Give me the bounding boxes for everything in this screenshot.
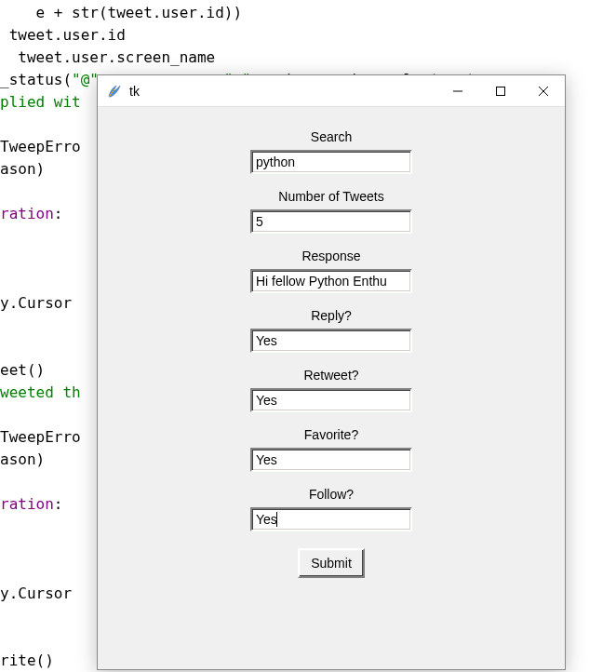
code-token: (tweet.user.id)) [99, 4, 242, 21]
close-icon [539, 87, 548, 96]
maximize-icon [496, 87, 505, 96]
code-token: + str [45, 4, 99, 21]
code-token: tweet.user.id [0, 26, 126, 44]
minimize-button[interactable] [436, 75, 479, 106]
window-title: tk [129, 84, 436, 99]
window-control-buttons [436, 75, 565, 106]
form-label: Favorite? [304, 427, 358, 442]
entry-value: Hi fellow Python Enthu [256, 274, 387, 289]
code-token: tweet.user.screen_name [0, 48, 215, 66]
code-line: tweet.user.id [0, 24, 616, 47]
entry-value: Yes [256, 512, 277, 527]
form-entry-response[interactable]: Hi fellow Python Enthu [250, 269, 412, 293]
code-line: e + str(tweet.user.id)) [0, 2, 616, 24]
entry-value: python [256, 155, 295, 169]
code-token: TweepErro [0, 428, 81, 446]
close-button[interactable] [522, 75, 565, 106]
code-token: e [0, 4, 45, 21]
code-token: ason) [0, 450, 45, 468]
form-label: Search [311, 129, 352, 144]
tk-form-body: SearchpythonNumber of Tweets5ResponseHi … [98, 107, 565, 578]
code-token: rite() [0, 652, 54, 669]
entry-value: Yes [256, 333, 277, 348]
code-token: : [54, 495, 63, 513]
tk-app-icon [107, 84, 122, 99]
text-cursor [276, 512, 277, 527]
form-label: Number of Tweets [278, 189, 383, 204]
form-entry-reply[interactable]: Yes [250, 329, 412, 353]
code-token: _status( [0, 71, 72, 88]
entry-value: Yes [256, 393, 277, 408]
code-token: y.Cursor [0, 585, 72, 602]
code-token: y.Cursor [0, 294, 72, 312]
form-entry-follow[interactable]: Yes [250, 507, 412, 531]
form-label: Follow? [309, 487, 354, 502]
code-token: ration [0, 205, 54, 222]
code-token: TweepErro [0, 138, 81, 155]
form-label: Reply? [311, 308, 352, 323]
form-entry-retweet[interactable]: Yes [250, 388, 412, 412]
submit-button[interactable]: Submit [298, 548, 365, 578]
entry-value: Yes [256, 452, 277, 467]
entry-value: 5 [256, 214, 263, 229]
code-token: ration [0, 495, 54, 513]
form-entry-favorite[interactable]: Yes [250, 448, 412, 472]
form-entry-search[interactable]: python [250, 150, 412, 174]
code-token: ason) [0, 160, 45, 178]
code-token: eet() [0, 361, 45, 379]
code-token: weeted th [0, 383, 81, 401]
code-token: : [54, 205, 63, 222]
form-label: Retweet? [303, 368, 358, 383]
code-token: plied wit [0, 93, 81, 111]
form-entry-number-of-tweets[interactable]: 5 [250, 209, 412, 234]
form-label: Response [301, 249, 360, 263]
titlebar[interactable]: tk [98, 75, 565, 107]
code-token: "@" [72, 71, 99, 88]
maximize-button[interactable] [479, 75, 522, 106]
tk-window: tk SearchpythonNumber of Tweets5Response… [97, 74, 566, 670]
code-line: tweet.user.screen_name [0, 47, 616, 69]
svg-rect-0 [497, 87, 505, 95]
minimize-icon [453, 87, 462, 96]
